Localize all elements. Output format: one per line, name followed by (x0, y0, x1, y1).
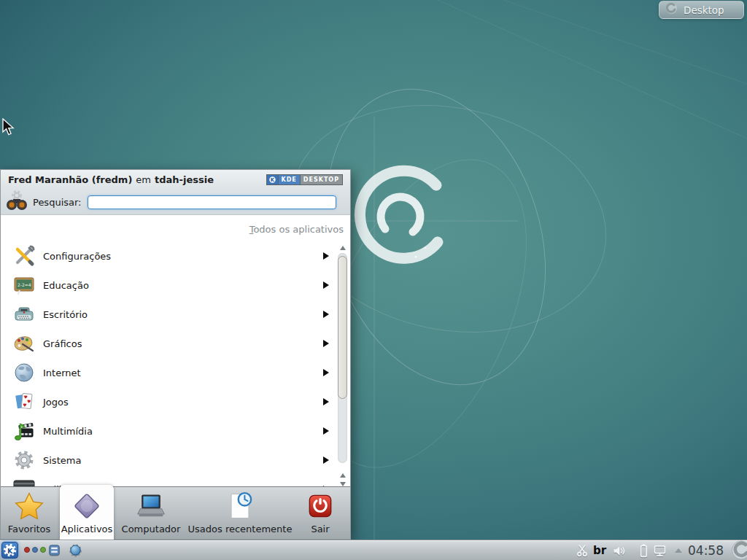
search-row: Pesquisar: (1, 190, 350, 215)
category-row-escritorio[interactable]: Escritório (1, 300, 335, 329)
plasma-swirl-icon (665, 2, 678, 18)
kde-desktop-badge: K KDE DESKTOP (266, 174, 344, 185)
activity-dot-red-icon[interactable] (24, 547, 30, 553)
playing-cards-icon: ♥ ♥ ♥ (12, 390, 36, 413)
svg-text:K: K (7, 547, 13, 555)
tab-aplicativos[interactable]: Aplicativos (60, 485, 114, 540)
svg-text:♥: ♥ (23, 402, 27, 408)
panel-toolbox-cashew-icon[interactable] (725, 540, 747, 560)
launcher-tab-strip: Favoritos Aplicativos (1, 486, 350, 539)
activity-dot-green-icon[interactable] (40, 547, 46, 553)
tab-usados-recentemente[interactable]: Usados recentemente (192, 487, 288, 540)
scrollbar-track[interactable] (338, 253, 347, 463)
battery-icon[interactable] (636, 542, 651, 560)
breadcrumb-all-applications[interactable]: Todos os aplicativos (249, 224, 344, 235)
submenu-arrow-icon (323, 281, 329, 289)
scroll-up-arrow-icon[interactable] (340, 473, 346, 478)
submenu-arrow-icon (323, 340, 329, 347)
category-label: Multimídia (43, 426, 93, 437)
window-list-drawer-icon[interactable] (47, 543, 61, 560)
kde-diamond-icon (71, 490, 103, 522)
svg-text:♥: ♥ (27, 399, 31, 405)
scroll-up-arrow-icon[interactable] (340, 246, 346, 250)
category-label: Sistema (43, 455, 81, 466)
search-input[interactable] (88, 195, 336, 209)
mouse-cursor (2, 118, 16, 140)
taskbar-panel: K (0, 540, 747, 560)
category-row-configuracoes[interactable]: Configurações (1, 241, 335, 271)
tray-expander-arrow-icon[interactable] (675, 548, 682, 553)
kde-application-launcher-button[interactable]: K (1, 542, 18, 559)
kde-gear-k-icon: K (3, 543, 17, 557)
tab-favoritos[interactable]: Favoritos (1, 487, 58, 540)
clapperboard-note-icon (12, 419, 36, 443)
scrollbar-thumb[interactable] (338, 256, 347, 399)
category-label: Configurações (43, 251, 111, 262)
submenu-arrow-icon (323, 252, 329, 260)
submenu-arrow-icon (323, 398, 329, 405)
category-row-multimidia[interactable]: Multimídia (1, 416, 335, 446)
tab-sair[interactable]: Sair (295, 487, 345, 540)
submenu-arrow-icon (323, 427, 329, 435)
power-icon (304, 490, 336, 522)
launcher-header: Fred Maranhão (fredm) em tdah-jessie K K… (1, 170, 350, 190)
document-clock-icon (224, 490, 256, 522)
desktop-badge-label: DESKTOP (300, 175, 342, 184)
panel-clock[interactable]: 04:58 (688, 543, 724, 558)
activity-dot-blue-icon[interactable] (32, 547, 38, 553)
binoculars-search-icon (5, 189, 28, 215)
tab-label: Usados recentemente (188, 524, 293, 534)
desktop-folder-widget[interactable]: Desktop (659, 1, 744, 19)
tab-label: Sair (311, 524, 329, 534)
tab-label: Computador (122, 524, 181, 534)
tab-computador[interactable]: Computador (115, 487, 187, 540)
volume-speaker-icon[interactable] (611, 543, 627, 560)
kde-badge-label: KDE (278, 175, 300, 184)
kde-gear-logo-icon: K (267, 175, 278, 184)
blue-sphere-app-icon[interactable] (69, 543, 82, 560)
submenu-arrow-icon (323, 311, 329, 318)
category-list-scrollbar (337, 246, 349, 488)
painter-palette-icon (12, 332, 36, 355)
desktop-widget-label: Desktop (684, 4, 724, 16)
category-label: Jogos (43, 397, 69, 408)
hostname: tdah-jessie (155, 174, 214, 185)
globe-icon (12, 361, 36, 384)
category-label: Gráficos (43, 338, 82, 349)
chalkboard-icon: 2-2=4 (12, 273, 36, 297)
keyboard-layout-indicator[interactable]: br (593, 544, 606, 557)
svg-text:K: K (270, 177, 274, 183)
laptop-icon (135, 490, 167, 522)
category-row-sistema[interactable]: Sistema (1, 446, 335, 475)
crossed-tools-icon (12, 244, 36, 268)
category-row-internet[interactable]: Internet (1, 358, 335, 387)
svg-text:2-2=4: 2-2=4 (18, 282, 31, 287)
user-fullname: Fred Maranhão (fredm) (8, 174, 132, 185)
category-row-jogos[interactable]: ♥ ♥ ♥ Jogos (1, 387, 335, 416)
typewriter-icon (12, 303, 36, 326)
klipper-scissors-icon[interactable] (575, 543, 589, 560)
category-label: Internet (43, 368, 81, 378)
gear-icon (12, 448, 36, 472)
device-notifier-monitor-icon[interactable] (652, 543, 667, 560)
star-icon (13, 490, 45, 522)
category-label: Educação (43, 280, 89, 291)
tab-label: Favoritos (8, 524, 51, 534)
application-category-list: Configurações 2-2=4 Educação (1, 241, 335, 488)
category-row-educacao[interactable]: 2-2=4 Educação (1, 271, 335, 300)
submenu-arrow-icon (323, 369, 329, 376)
submenu-arrow-icon (323, 456, 329, 464)
header-connector: em (136, 174, 151, 185)
category-row-graficos[interactable]: Gráficos (1, 329, 335, 358)
tab-label: Aplicativos (61, 524, 113, 534)
search-label: Pesquisar: (33, 197, 82, 208)
category-label: Escritório (43, 309, 88, 320)
kickoff-launcher-menu: Fred Maranhão (fredm) em tdah-jessie K K… (0, 169, 351, 540)
